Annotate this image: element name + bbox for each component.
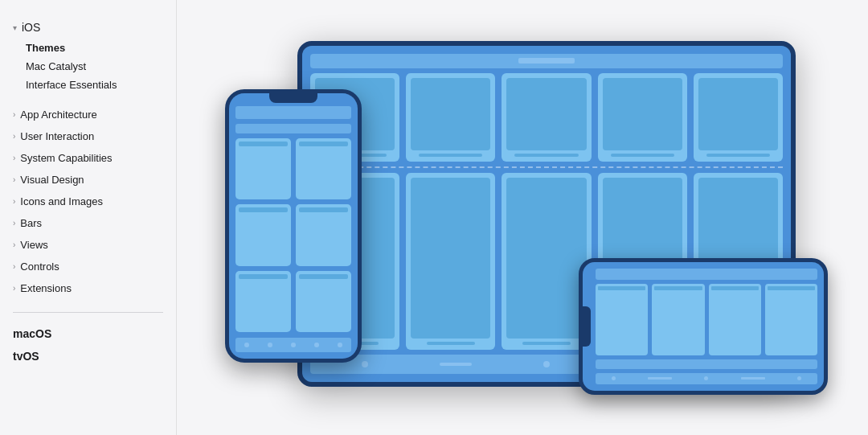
landscape-card: [652, 284, 704, 355]
iphone-portrait: [225, 89, 362, 363]
sidebar-group-icons-images-label: Icons and Images: [20, 195, 103, 207]
icons-chevron-icon: ›: [13, 197, 15, 206]
sidebar-item-tvos[interactable]: tvOS: [0, 345, 176, 367]
landscape-top-bar: [596, 269, 817, 280]
ipad-section-divider: [310, 166, 783, 168]
sidebar-group-icons-images[interactable]: › Icons and Images: [0, 191, 176, 212]
sidebar: ▾ iOS Themes Mac Catalyst Interface Esse…: [0, 0, 177, 435]
sys-cap-chevron-icon: ›: [13, 154, 15, 162]
iphone-card: [235, 204, 291, 266]
landscape-mid-bar: [596, 359, 817, 369]
ipad-card: [598, 73, 687, 162]
iphone-bottom-bar: [235, 338, 351, 352]
ios-platform-label: iOS: [22, 21, 40, 34]
bars-chevron-icon: ›: [13, 219, 15, 228]
user-int-chevron-icon: ›: [13, 132, 15, 141]
iphone-landscape: [579, 258, 828, 395]
views-chevron-icon: ›: [13, 240, 15, 249]
sidebar-group-views[interactable]: › Views: [0, 234, 176, 256]
iphone-search-bar: [235, 124, 351, 133]
sidebar-item-mac-catalyst[interactable]: Mac Catalyst: [0, 57, 176, 76]
ipad-card: [406, 73, 495, 162]
sidebar-group-bars-label: Bars: [20, 217, 42, 229]
ext-chevron-icon: ›: [13, 284, 15, 293]
controls-chevron-icon: ›: [13, 262, 15, 271]
iphone-card: [235, 271, 291, 333]
landscape-grid: [596, 284, 817, 355]
sidebar-group-controls[interactable]: › Controls: [0, 256, 176, 277]
ipad-top-bar: [310, 54, 783, 68]
sidebar-group-app-architecture-label: App Architecture: [20, 109, 96, 121]
sidebar-group-system-capabilities-label: System Capabilities: [20, 152, 112, 164]
sidebar-group-controls-label: Controls: [20, 261, 59, 273]
sidebar-item-interface-essentials[interactable]: Interface Essentials: [0, 76, 176, 94]
ipad-card: [502, 173, 591, 350]
themes-label: Themes: [0, 39, 176, 57]
ipad-card: [502, 73, 591, 162]
main-content: [177, 0, 868, 435]
iphone-landscape-notch: [583, 306, 591, 347]
iphone-card: [296, 138, 351, 200]
sidebar-group-extensions-label: Extensions: [20, 282, 72, 294]
iphone-card: [296, 271, 351, 333]
iphone-screen: [229, 93, 358, 359]
sidebar-group-user-interaction-label: User Interaction: [20, 130, 94, 142]
sidebar-group-visual-design[interactable]: › Visual Design: [0, 169, 176, 191]
ios-chevron-icon: ▾: [13, 23, 17, 32]
ios-section: ▾ iOS Themes Mac Catalyst Interface Esse…: [0, 16, 176, 299]
iphone-card: [235, 138, 291, 200]
vis-design-chevron-icon: ›: [13, 175, 15, 184]
ipad-card: [406, 173, 495, 350]
sidebar-group-bars[interactable]: › Bars: [0, 212, 176, 234]
ios-platform-header[interactable]: ▾ iOS: [0, 16, 176, 39]
ipad-top-row: [310, 73, 783, 162]
iphone-top-bar: [235, 106, 351, 119]
landscape-card: [709, 284, 761, 355]
landscape-card: [765, 284, 817, 355]
iphone-notch: [269, 93, 317, 103]
sidebar-group-extensions[interactable]: › Extensions: [0, 277, 176, 299]
sidebar-group-views-label: Views: [20, 239, 47, 251]
sidebar-item-macos[interactable]: macOS: [0, 322, 176, 345]
landscape-bottom-bar: [596, 373, 817, 384]
ipad-card: [694, 73, 783, 162]
sidebar-divider: [13, 312, 163, 313]
iphone-card: [296, 204, 351, 266]
landscape-card: [596, 284, 648, 355]
sidebar-group-user-interaction[interactable]: › User Interaction: [0, 125, 176, 147]
sidebar-group-app-architecture[interactable]: › App Architecture: [0, 104, 176, 125]
app-arch-chevron-icon: ›: [13, 110, 15, 119]
sidebar-group-visual-design-label: Visual Design: [20, 174, 84, 186]
devices-scene: [209, 25, 836, 411]
sidebar-group-system-capabilities[interactable]: › System Capabilities: [0, 147, 176, 169]
iphone-landscape-screen: [583, 262, 824, 391]
iphone-grid: [235, 138, 351, 333]
